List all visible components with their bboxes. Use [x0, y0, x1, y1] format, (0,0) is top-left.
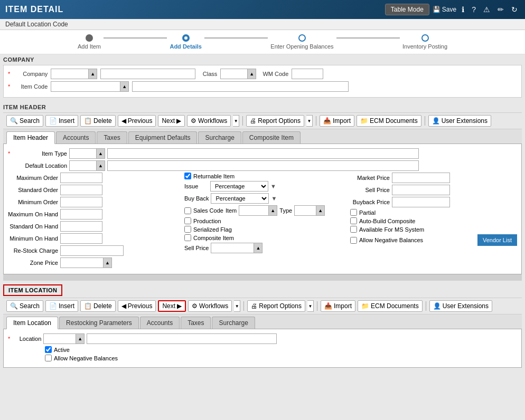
returnable-item-checkbox[interactable] [184, 173, 191, 179]
il-search-button[interactable]: 🔍 Search [6, 300, 43, 312]
ih-search-button[interactable]: 🔍 Search [6, 115, 43, 127]
tab-equipment-defaults[interactable]: Equipment Defaults [128, 131, 198, 144]
ih-workflows-button[interactable]: ⚙ Workflows [187, 115, 231, 127]
refresh-icon[interactable]: ↻ [509, 4, 520, 15]
market-price-input[interactable] [392, 173, 450, 183]
type-arrow[interactable]: ▲ [316, 206, 324, 215]
workflows-dropdown[interactable]: ▼ [233, 115, 239, 127]
sell-price2-input[interactable] [211, 243, 254, 253]
il-previous-button[interactable]: ◀ Previous [118, 300, 156, 312]
max-order-label: Maximum Order [8, 175, 58, 181]
il-allow-negative-checkbox[interactable] [45, 355, 52, 361]
zone-price-arrow[interactable]: ▲ [103, 258, 111, 268]
item-description-input[interactable]: 1.5 HP 200 PSI, 15 Gallon Air Compressor [132, 81, 349, 92]
default-location-code[interactable]: MAIN [70, 161, 96, 170]
il-delete-button[interactable]: 📋 Delete [80, 300, 116, 312]
il-next-button[interactable]: Next ▶ [158, 300, 186, 312]
tab-item-header[interactable]: Item Header [6, 131, 55, 144]
vendor-list-button[interactable]: Vendor List [477, 234, 517, 246]
available-ms-checkbox[interactable] [350, 226, 357, 233]
item-code-arrow[interactable]: ▲ [120, 82, 128, 91]
composite-item-checkbox[interactable] [184, 234, 191, 241]
tab-accounts[interactable]: Accounts [56, 131, 96, 144]
max-order-input[interactable]: 20.000 [60, 173, 102, 183]
sales-code-checkbox[interactable] [184, 207, 191, 214]
partial-checkbox[interactable] [350, 209, 357, 216]
sales-code-label: Sales Code [193, 207, 223, 214]
ih-delete-button[interactable]: 📋 Delete [80, 115, 116, 127]
type-input[interactable] [295, 206, 316, 215]
table-mode-button[interactable]: Table Mode [385, 4, 429, 15]
ih-previous-button[interactable]: ◀ Previous [118, 115, 156, 127]
company-name-input[interactable]: CMiC [100, 69, 195, 79]
step-add-details[interactable]: Add Details [170, 34, 202, 50]
ih-next-button[interactable]: Next ▶ [158, 115, 185, 127]
min-on-hand-input[interactable]: 5.000 [60, 233, 102, 244]
ih-ecm-button[interactable]: 📁 ECM Documents [357, 115, 421, 127]
ih-report-options-button[interactable]: 🖨 Report Options [246, 115, 304, 127]
restock-input[interactable] [60, 245, 124, 256]
item-type-arrow[interactable]: ▲ [96, 149, 105, 158]
ih-import-button[interactable]: 📥 Import [320, 115, 354, 127]
il-insert-button[interactable]: 📄 Insert [45, 300, 78, 312]
report-options-dropdown[interactable]: ▼ [306, 115, 313, 127]
tab-restocking-parameters[interactable]: Restocking Parameters [59, 317, 139, 329]
tab-il-surcharge[interactable]: Surcharge [212, 317, 255, 329]
location-name-input[interactable]: Main Warehouse [87, 333, 277, 344]
tab-item-location[interactable]: Item Location [6, 317, 58, 329]
zone-price-input[interactable] [61, 258, 103, 268]
tab-il-accounts[interactable]: Accounts [140, 317, 180, 329]
sales-code-arrow[interactable]: ▲ [268, 206, 277, 215]
std-on-hand-input[interactable]: 25.000 [60, 221, 102, 232]
info-icon[interactable]: ℹ [460, 4, 466, 15]
location-code-arrow[interactable]: ▲ [76, 334, 84, 343]
active-checkbox[interactable] [45, 346, 52, 353]
il-workflows-dropdown[interactable]: ▼ [234, 300, 240, 312]
step-inventory-posting[interactable]: Inventory Posting [402, 34, 447, 50]
scroll-area[interactable] [3, 274, 522, 281]
tab-il-taxes[interactable]: Taxes [181, 317, 211, 329]
save-button[interactable]: 💾 Save [433, 6, 456, 13]
default-location-arrow[interactable]: ▲ [96, 161, 105, 170]
company-code-input[interactable]: CMICINC [51, 69, 88, 79]
buyback-price-input[interactable]: 50.0000 [392, 197, 450, 207]
class-input[interactable]: 9100 [221, 69, 247, 79]
buyback-select[interactable]: Percentage [211, 194, 268, 203]
sales-code-item-input[interactable] [239, 206, 268, 215]
max-on-hand-input[interactable]: 25.000 [60, 209, 102, 219]
item-type-name[interactable]: Standard [107, 148, 419, 159]
std-order-input[interactable]: 5.000 [60, 185, 102, 195]
sell-price2-arrow[interactable]: ▲ [254, 243, 262, 253]
auto-build-composite-checkbox[interactable] [350, 217, 357, 224]
help-icon[interactable]: ? [470, 4, 478, 15]
edit-icon[interactable]: ✏ [495, 4, 506, 15]
location-code-input[interactable]: MAIN [44, 334, 76, 343]
item-code-input[interactable]: 9100-C1000 [51, 82, 120, 91]
tab-taxes[interactable]: Taxes [97, 131, 127, 144]
production-checkbox[interactable] [184, 217, 191, 224]
tab-composite-item[interactable]: Composite Item [242, 131, 301, 144]
warning-icon[interactable]: ⚠ [481, 4, 492, 15]
allow-negative-checkbox[interactable] [350, 237, 357, 244]
company-code-arrow[interactable]: ▲ [88, 69, 97, 79]
issue-select[interactable]: Percentage [211, 182, 268, 191]
il-ecm-button[interactable]: 📁 ECM Documents [358, 300, 423, 312]
wm-code-input[interactable]: EA [292, 69, 323, 79]
item-type-code[interactable]: S [70, 149, 96, 158]
step-add-item[interactable]: Add Item [78, 34, 101, 50]
ih-insert-button[interactable]: 📄 Insert [45, 115, 78, 127]
step-opening-balances[interactable]: Enter Opening Balances [270, 34, 333, 50]
il-import-button[interactable]: 📥 Import [321, 300, 355, 312]
serialized-flag-checkbox[interactable] [184, 226, 191, 233]
default-location-name[interactable]: Main Warehouse [107, 160, 419, 171]
il-report-options-button[interactable]: 🖨 Report Options [247, 300, 305, 312]
il-user-extensions-button[interactable]: 👤 User Extensions [429, 300, 492, 312]
sell-price-input[interactable]: 100.0000 [392, 185, 450, 195]
class-arrow[interactable]: ▲ [247, 69, 256, 79]
tab-surcharge[interactable]: Surcharge [198, 131, 241, 144]
il-workflows-button[interactable]: ⚙ Workflows [188, 300, 232, 312]
buyback-label: Buy Back [184, 195, 209, 202]
min-order-input[interactable]: 1.000 [60, 197, 102, 207]
il-report-dropdown[interactable]: ▼ [307, 300, 314, 312]
ih-user-extensions-button[interactable]: 👤 User Extensions [428, 115, 491, 127]
